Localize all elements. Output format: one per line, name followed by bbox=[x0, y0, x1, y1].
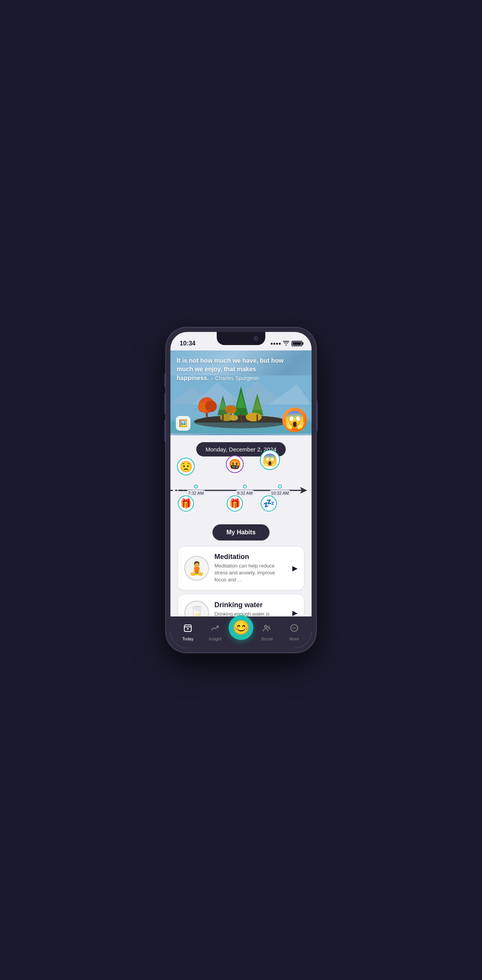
svg-point-35 bbox=[295, 628, 296, 628]
svg-rect-24 bbox=[222, 414, 224, 422]
habit-icon-meditation: 🧘 bbox=[184, 556, 209, 581]
habit-play-water[interactable]: ▶ bbox=[292, 609, 298, 616]
status-time: 10:34 bbox=[180, 340, 195, 347]
date-section: Monday, December 2, 2024 bbox=[170, 435, 312, 461]
wifi-icon bbox=[283, 340, 289, 347]
svg-point-29 bbox=[187, 628, 189, 630]
svg-point-30 bbox=[265, 625, 267, 628]
social-icon bbox=[262, 623, 271, 635]
svg-rect-23 bbox=[240, 414, 242, 422]
main-scroll[interactable]: It is not how much we have, but how much… bbox=[170, 350, 312, 616]
insight-label: Insight bbox=[209, 636, 221, 641]
svg-rect-25 bbox=[256, 414, 258, 422]
activity-emoji-2[interactable]: 🎁 bbox=[227, 495, 243, 512]
timeline-dot-1 bbox=[194, 485, 198, 488]
phone-frame: 10:34 bbox=[166, 327, 316, 653]
habit-title-meditation: Meditation bbox=[214, 553, 287, 561]
camera bbox=[254, 336, 258, 341]
habit-text-meditation: Meditation Meditation can help reduce st… bbox=[214, 553, 287, 584]
center-icon: 😊 bbox=[233, 620, 250, 636]
hero-reaction-emoji[interactable]: 😱 bbox=[282, 407, 307, 432]
timeline-point-1[interactable]: 😟 7:32 AM 🎁 bbox=[186, 485, 206, 496]
more-label: More bbox=[289, 636, 299, 641]
more-icon bbox=[290, 623, 299, 635]
hero-banner: It is not how much we have, but how much… bbox=[170, 350, 312, 435]
photo-icon: 🖼️ bbox=[179, 419, 187, 428]
nav-today[interactable]: Today bbox=[174, 623, 202, 641]
bottom-navigation: Today Insight 😊 bbox=[170, 616, 312, 648]
habit-card-meditation[interactable]: 🧘 Meditation Meditation can help reduce … bbox=[178, 547, 304, 590]
svg-point-34 bbox=[294, 628, 295, 628]
timeline-label-3: 10:32 AM bbox=[269, 490, 291, 496]
timeline-dot-3 bbox=[278, 485, 282, 488]
today-icon bbox=[183, 623, 192, 635]
power-button[interactable] bbox=[316, 401, 318, 431]
battery-icon bbox=[292, 341, 302, 346]
habit-text-water: Drinking water Drinking enough water is … bbox=[214, 601, 287, 616]
svg-point-31 bbox=[268, 626, 270, 628]
volume-down-button[interactable] bbox=[164, 420, 166, 441]
svg-point-33 bbox=[292, 628, 293, 628]
nav-social[interactable]: Social bbox=[253, 623, 281, 641]
timeline-arrow: ➤ bbox=[299, 485, 307, 496]
volume-silent-button[interactable] bbox=[164, 374, 166, 387]
timeline-dot-2 bbox=[243, 485, 247, 488]
timeline-point-3[interactable]: 😱 10:32 AM 💤 bbox=[269, 485, 291, 496]
nav-insight[interactable]: Insight bbox=[202, 623, 229, 641]
habit-desc-water: Drinking enough water is essential fo...… bbox=[214, 611, 287, 616]
svg-point-22 bbox=[229, 415, 238, 421]
habits-section: My Habits 🧘 Meditation Meditation can he… bbox=[170, 521, 312, 616]
timeline-section: ➤ 😟 7:32 AM 🎁 🤬 9:32 AM 🎁 bbox=[170, 461, 312, 521]
quote-text: It is not how much we have, but how much… bbox=[177, 357, 288, 382]
timeline-track: ➤ 😟 7:32 AM 🎁 🤬 9:32 AM 🎁 bbox=[178, 467, 304, 514]
my-habits-button[interactable]: My Habits bbox=[212, 524, 270, 541]
social-label: Social bbox=[261, 636, 273, 641]
activity-emoji-1[interactable]: 🎁 bbox=[178, 495, 194, 512]
activity-emoji-3[interactable]: 💤 bbox=[261, 495, 277, 512]
svg-point-19 bbox=[225, 405, 237, 414]
photo-edit-button[interactable]: 🖼️ bbox=[176, 416, 190, 431]
timeline-label-2: 9:32 AM bbox=[235, 490, 255, 496]
status-icons bbox=[271, 340, 302, 347]
habit-play-meditation[interactable]: ▶ bbox=[292, 564, 298, 573]
phone-screen: 10:34 bbox=[170, 332, 312, 648]
nav-center-button[interactable]: 😊 bbox=[229, 615, 253, 640]
timeline-point-2[interactable]: 🤬 9:32 AM 🎁 bbox=[235, 485, 255, 496]
habit-desc-meditation: Meditation can help reduce stress and an… bbox=[214, 562, 287, 584]
habit-title-water: Drinking water bbox=[214, 601, 287, 609]
insight-icon bbox=[211, 623, 220, 635]
dynamic-island bbox=[217, 332, 265, 345]
mood-emoji-2[interactable]: 🤬 bbox=[226, 455, 244, 473]
mood-emoji-3[interactable]: 😱 bbox=[260, 450, 280, 470]
habit-card-water[interactable]: 🥛 Drinking water Drinking enough water i… bbox=[178, 594, 304, 616]
today-label: Today bbox=[182, 636, 194, 641]
svg-point-20 bbox=[246, 413, 261, 422]
nav-more[interactable]: More bbox=[281, 623, 308, 641]
svg-point-17 bbox=[205, 401, 217, 412]
timeline-label-1: 7:32 AM bbox=[186, 490, 206, 496]
mood-emoji-1[interactable]: 😟 bbox=[177, 458, 195, 475]
habit-icon-water: 🥛 bbox=[184, 601, 209, 616]
signal-icon bbox=[271, 343, 281, 345]
volume-up-button[interactable] bbox=[164, 393, 166, 414]
